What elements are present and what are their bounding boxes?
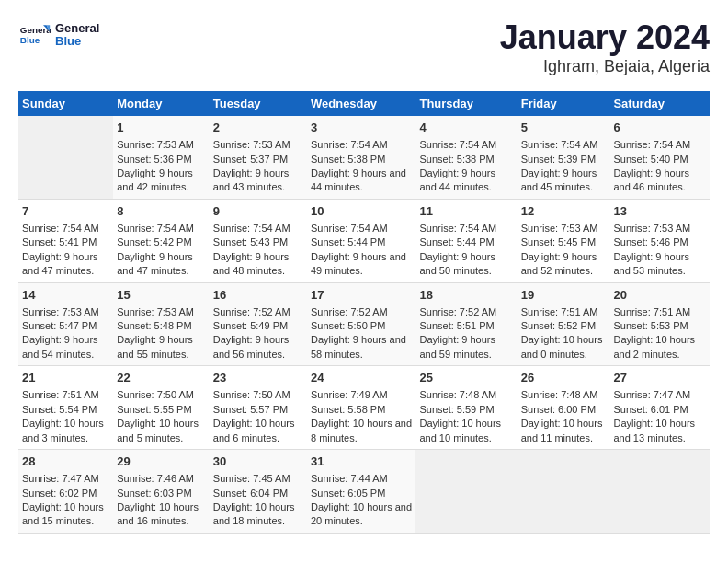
- day-number: 25: [419, 370, 513, 386]
- calendar-cell: 23Sunrise: 7:50 AMSunset: 5:57 PMDayligh…: [210, 366, 307, 450]
- sunrise-text: Sunrise: 7:50 AM: [117, 388, 206, 402]
- weekday-sunday: Sunday: [18, 91, 113, 116]
- weekday-thursday: Thursday: [415, 91, 517, 116]
- weekday-header-row: SundayMondayTuesdayWednesdayThursdayFrid…: [18, 91, 710, 116]
- sunset-text: Sunset: 5:36 PM: [117, 153, 206, 167]
- day-number: 18: [419, 287, 513, 304]
- sunrise-text: Sunrise: 7:53 AM: [22, 305, 109, 319]
- sunset-text: Sunset: 5:45 PM: [521, 236, 607, 249]
- daylight-text: Daylight: 9 hours and 44 minutes.: [311, 167, 412, 195]
- calendar-table: SundayMondayTuesdayWednesdayThursdayFrid…: [18, 91, 710, 534]
- sunset-text: Sunset: 5:59 PM: [419, 403, 513, 417]
- day-number: 29: [117, 454, 206, 470]
- sunset-text: Sunset: 5:44 PM: [311, 236, 412, 249]
- calendar-cell: 3Sunrise: 7:54 AMSunset: 5:38 PMDaylight…: [307, 116, 415, 199]
- day-number: 4: [419, 120, 513, 136]
- sunset-text: Sunset: 5:54 PM: [22, 403, 109, 417]
- calendar-cell: 21Sunrise: 7:51 AMSunset: 5:54 PMDayligh…: [18, 366, 113, 450]
- sunset-text: Sunset: 5:51 PM: [419, 319, 513, 333]
- sunset-text: Sunset: 6:00 PM: [521, 403, 607, 417]
- week-row-2: 7Sunrise: 7:54 AMSunset: 5:41 PMDaylight…: [18, 199, 710, 282]
- day-number: 30: [213, 454, 303, 470]
- sunrise-text: Sunrise: 7:45 AM: [213, 472, 303, 486]
- daylight-text: Daylight: 10 hours and 13 minutes.: [613, 417, 706, 445]
- daylight-text: Daylight: 10 hours and 6 minutes.: [213, 417, 303, 445]
- calendar-body: 1Sunrise: 7:53 AMSunset: 5:36 PMDaylight…: [18, 116, 710, 533]
- sunset-text: Sunset: 5:44 PM: [419, 236, 513, 249]
- sunset-text: Sunset: 5:47 PM: [22, 319, 109, 333]
- sunrise-text: Sunrise: 7:52 AM: [419, 305, 513, 319]
- calendar-cell: 25Sunrise: 7:48 AMSunset: 5:59 PMDayligh…: [415, 366, 517, 450]
- sunrise-text: Sunrise: 7:54 AM: [22, 222, 109, 236]
- sunset-text: Sunset: 5:43 PM: [213, 236, 303, 249]
- daylight-text: Daylight: 9 hours and 43 minutes.: [213, 167, 303, 195]
- calendar-cell: 29Sunrise: 7:46 AMSunset: 6:03 PMDayligh…: [113, 450, 210, 534]
- weekday-monday: Monday: [113, 91, 210, 116]
- daylight-text: Daylight: 9 hours and 58 minutes.: [311, 333, 412, 362]
- sunrise-text: Sunrise: 7:50 AM: [213, 388, 303, 402]
- calendar-cell: 1Sunrise: 7:53 AMSunset: 5:36 PMDaylight…: [113, 116, 210, 199]
- day-number: 3: [311, 120, 412, 136]
- day-number: 27: [613, 370, 706, 386]
- calendar-cell: 19Sunrise: 7:51 AMSunset: 5:52 PMDayligh…: [518, 282, 610, 366]
- logo-text-blue: Blue: [55, 35, 99, 48]
- calendar-cell: [18, 116, 113, 199]
- calendar-cell: 6Sunrise: 7:54 AMSunset: 5:40 PMDaylight…: [609, 116, 710, 199]
- sunset-text: Sunset: 5:49 PM: [213, 319, 303, 333]
- day-number: 12: [521, 203, 607, 220]
- calendar-cell: 7Sunrise: 7:54 AMSunset: 5:41 PMDaylight…: [18, 199, 113, 282]
- calendar-cell: [609, 450, 710, 534]
- day-number: 23: [213, 370, 303, 386]
- sunrise-text: Sunrise: 7:53 AM: [117, 305, 206, 319]
- week-row-1: 1Sunrise: 7:53 AMSunset: 5:36 PMDaylight…: [18, 116, 710, 199]
- calendar-cell: 14Sunrise: 7:53 AMSunset: 5:47 PMDayligh…: [18, 282, 113, 366]
- daylight-text: Daylight: 10 hours and 5 minutes.: [117, 417, 206, 445]
- daylight-text: Daylight: 10 hours and 0 minutes.: [521, 333, 607, 362]
- sunrise-text: Sunrise: 7:54 AM: [311, 138, 412, 152]
- sunset-text: Sunset: 5:39 PM: [521, 153, 607, 167]
- calendar-cell: 18Sunrise: 7:52 AMSunset: 5:51 PMDayligh…: [415, 282, 517, 366]
- sunset-text: Sunset: 5:52 PM: [521, 319, 607, 333]
- daylight-text: Daylight: 9 hours and 53 minutes.: [613, 250, 706, 279]
- sunrise-text: Sunrise: 7:48 AM: [521, 388, 607, 402]
- daylight-text: Daylight: 9 hours and 47 minutes.: [117, 250, 206, 279]
- daylight-text: Daylight: 9 hours and 54 minutes.: [22, 333, 109, 362]
- calendar-cell: [415, 450, 517, 534]
- daylight-text: Daylight: 9 hours and 50 minutes.: [419, 250, 513, 279]
- calendar-cell: 22Sunrise: 7:50 AMSunset: 5:55 PMDayligh…: [113, 366, 210, 450]
- daylight-text: Daylight: 9 hours and 49 minutes.: [311, 250, 412, 279]
- calendar-cell: 13Sunrise: 7:53 AMSunset: 5:46 PMDayligh…: [609, 199, 710, 282]
- weekday-tuesday: Tuesday: [210, 91, 307, 116]
- daylight-text: Daylight: 9 hours and 45 minutes.: [521, 167, 607, 195]
- sunrise-text: Sunrise: 7:53 AM: [613, 222, 706, 236]
- day-number: 31: [311, 454, 412, 470]
- day-number: 10: [311, 203, 412, 220]
- sunrise-text: Sunrise: 7:52 AM: [311, 305, 412, 319]
- sunset-text: Sunset: 5:46 PM: [613, 236, 706, 249]
- sunrise-text: Sunrise: 7:49 AM: [311, 388, 412, 402]
- sunset-text: Sunset: 5:53 PM: [613, 319, 706, 333]
- sunset-text: Sunset: 5:58 PM: [311, 403, 412, 417]
- sunset-text: Sunset: 5:57 PM: [213, 403, 303, 417]
- sunset-text: Sunset: 5:40 PM: [613, 153, 706, 167]
- sunset-text: Sunset: 6:01 PM: [613, 403, 706, 417]
- calendar-cell: 15Sunrise: 7:53 AMSunset: 5:48 PMDayligh…: [113, 282, 210, 366]
- day-number: 7: [22, 203, 109, 220]
- daylight-text: Daylight: 10 hours and 15 minutes.: [22, 500, 109, 529]
- week-row-5: 28Sunrise: 7:47 AMSunset: 6:02 PMDayligh…: [18, 450, 710, 534]
- logo-text-general: General: [55, 22, 99, 35]
- calendar-cell: 16Sunrise: 7:52 AMSunset: 5:49 PMDayligh…: [210, 282, 307, 366]
- sunset-text: Sunset: 5:42 PM: [117, 236, 206, 249]
- calendar-cell: 27Sunrise: 7:47 AMSunset: 6:01 PMDayligh…: [609, 366, 710, 450]
- sunrise-text: Sunrise: 7:51 AM: [613, 305, 706, 319]
- calendar-cell: 28Sunrise: 7:47 AMSunset: 6:02 PMDayligh…: [18, 450, 113, 534]
- daylight-text: Daylight: 10 hours and 10 minutes.: [419, 417, 513, 445]
- sunrise-text: Sunrise: 7:51 AM: [521, 305, 607, 319]
- calendar-cell: 9Sunrise: 7:54 AMSunset: 5:43 PMDaylight…: [210, 199, 307, 282]
- sunrise-text: Sunrise: 7:54 AM: [613, 138, 706, 152]
- sunset-text: Sunset: 5:41 PM: [22, 236, 109, 249]
- day-number: 6: [613, 120, 706, 136]
- sunset-text: Sunset: 6:03 PM: [117, 487, 206, 500]
- weekday-friday: Friday: [518, 91, 610, 116]
- calendar-cell: 24Sunrise: 7:49 AMSunset: 5:58 PMDayligh…: [307, 366, 415, 450]
